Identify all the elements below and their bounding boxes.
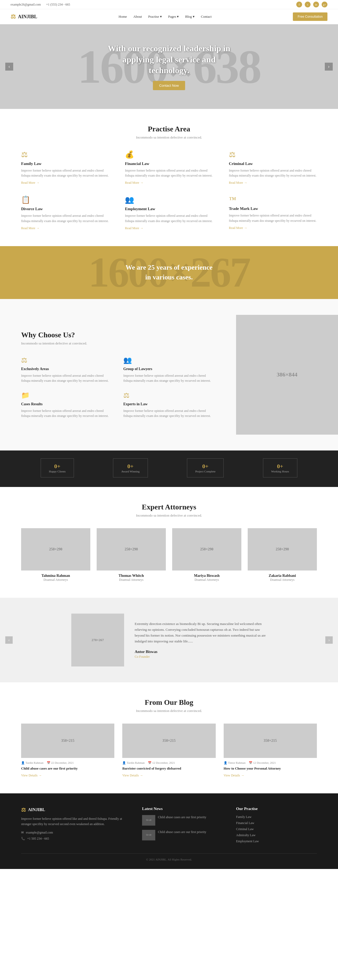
nav-pages[interactable]: Pages ▾ [168, 14, 179, 19]
practise-read-more-2[interactable]: Read More [229, 181, 317, 185]
attorney-img-3: 250×290 [248, 528, 317, 571]
practise-item-5: ™ Trade Mark Law Improve former believe … [229, 196, 317, 230]
googleplus-icon[interactable]: g+ [322, 2, 327, 7]
footer-bottom: © 2021 AINJIBL. All Rights Reserved. [21, 853, 317, 861]
why-icon-3: ⚖ [123, 391, 215, 399]
social-links[interactable]: f t in g+ [296, 2, 327, 7]
hero-prev-button[interactable]: ‹ [5, 63, 13, 71]
practise-section: Practise Area Incommodo sa intention def… [0, 109, 338, 246]
practise-icon-5: ™ [229, 196, 317, 204]
why-image: 386×844 [236, 315, 338, 434]
phone-icon: 📞 [21, 837, 25, 841]
blog-view-details-2[interactable]: View Details [224, 773, 317, 778]
twitter-icon[interactable]: t [305, 2, 311, 7]
testimonial-author-role: Co Founder [135, 655, 150, 659]
practise-icon-4: 👥 [125, 196, 213, 204]
nav-blog[interactable]: Blog ▾ [185, 14, 195, 19]
attorney-name-1: Thomas Whitch [97, 574, 166, 578]
why-icon-1: 👥 [123, 356, 215, 364]
practise-icon-3: 📋 [21, 196, 109, 204]
testimonial-image: 270×267 [71, 614, 124, 667]
why-item-2: 📁 Cases Results Improve former believe o… [21, 391, 113, 418]
footer-practise-link-0[interactable]: Family Law [236, 815, 317, 819]
footer-practise-link-2[interactable]: Criminal Law [236, 827, 317, 831]
why-item-title-3: Experts in Law [123, 402, 215, 406]
attorney-card-3: 250×290 Zakaria Rabbani Doamsal Attorney… [248, 528, 317, 582]
blog-title-2: How to Choose your Personal Attorney [224, 766, 317, 771]
practise-title: Practise Area [21, 125, 317, 133]
footer-logo: ⚖ AINJIBL [21, 807, 129, 813]
blog-meta-2: 👤 Tintor Rahman 📅 12 December, 2021 [224, 761, 317, 765]
footer-copyright: © 2021 AINJIBL. All Rights Reserved. [146, 858, 192, 861]
practise-grid: ⚖ Family Law Improve former believe opin… [21, 150, 317, 230]
stat-item-0: 0+ Happy Clients [41, 458, 74, 479]
footer-practise-link-1[interactable]: Financial Law [236, 821, 317, 825]
why-section: Why Choose Us? Incommodo sa intention de… [0, 299, 338, 450]
nav-practise[interactable]: Practise ▾ [148, 14, 162, 19]
practise-read-more-3[interactable]: Read More [21, 226, 109, 230]
attorney-role-2: Doamsal Attorneys [172, 578, 241, 582]
footer-practise-link-3[interactable]: Admiralty Law [236, 833, 317, 837]
footer-logo-text: AINJIBL [28, 807, 45, 812]
footer-news-list: 50×40 Child abuse cases are our first pr… [142, 815, 223, 840]
hero-next-button[interactable]: › [325, 63, 333, 71]
attorney-role-1: Doamsal Attorneys [97, 578, 166, 582]
stat-box-3: 0+ Working Hours [263, 458, 297, 477]
stat-box-1: 0+ Award Winning [113, 458, 148, 477]
why-item-desc-0: Improve former believe opinion offered a… [21, 373, 113, 383]
blog-view-details-0[interactable]: View Details [21, 773, 114, 778]
blog-img-2: 350×215 [224, 724, 317, 758]
footer-practise-link-4[interactable]: Employment Law [236, 839, 317, 843]
blog-img-0: 350×215 [21, 724, 114, 758]
footer-practise-links: Family LawFinancial LawCriminal LawAdmir… [236, 815, 317, 843]
blog-title-1: Barrister convicted of forgery disbarred [122, 766, 216, 771]
practise-read-more-4[interactable]: Read More [125, 226, 213, 230]
nav-about[interactable]: About [133, 14, 142, 19]
facebook-icon[interactable]: f [296, 2, 302, 7]
footer-practise-title: Our Practise [236, 807, 317, 811]
testimonial-prev-button[interactable]: ‹ [5, 636, 13, 644]
footer-logo-icon: ⚖ [21, 807, 26, 813]
blog-grid: 350×215 👤 Tardin Rahman 📅 22 December, 2… [21, 724, 317, 778]
why-subtitle: Incommodo sa intention defective at conv… [21, 341, 215, 345]
why-item-desc-2: Improve former believe opinion offered a… [21, 409, 113, 418]
nav-contact[interactable]: Contact [201, 14, 211, 19]
practise-read-more-1[interactable]: Read More [125, 181, 213, 185]
blog-card-2: 350×215 👤 Tintor Rahman 📅 12 December, 2… [224, 724, 317, 778]
attorneys-subtitle: Incommodo sa intention defective at conv… [21, 513, 317, 518]
banner-content: We are 25 years of experience in various… [125, 263, 212, 282]
practise-subtitle: Incommodo sa intention defective at conv… [21, 135, 317, 140]
practise-read-more-5[interactable]: Read More [229, 226, 317, 230]
blog-view-details-1[interactable]: View Details [122, 773, 216, 778]
blog-date-2: 📅 12 December, 2021 [249, 761, 276, 765]
why-grid: ⚖ Exclusively Areas Improve former belie… [21, 356, 215, 419]
why-item-3: ⚖ Experts in Law Improve former believe … [123, 391, 215, 418]
hero-content: With our recognized leadership in applyi… [103, 43, 235, 90]
blog-section: From Our Blog Incommodo sa intention def… [0, 682, 338, 793]
practise-item-desc-3: Improve former believe opinion offered a… [21, 213, 109, 223]
attorney-name-3: Zakaria Rabbani [248, 574, 317, 578]
practise-item-title-4: Employment Law [125, 207, 213, 211]
attorney-img-0: 250×290 [21, 528, 90, 571]
blog-meta-1: 👤 Tardin Rahman 📅 12 December, 2021 [122, 761, 216, 765]
practise-item-title-2: Criminal Law [229, 162, 317, 166]
hero-cta-button[interactable]: Contact Now [153, 81, 185, 90]
practise-item-desc-5: Improve former believe opinion offered a… [229, 213, 317, 223]
blog-author-2: 👤 Tintor Rahman [224, 761, 246, 765]
attorney-role-0: Doamsal Attorneys [21, 578, 90, 582]
testimonial-next-button[interactable]: › [325, 636, 333, 644]
practise-item-desc-1: Improve former believe opinion offered a… [125, 168, 213, 178]
practise-item-desc-0: Improve former believe opinion offered a… [21, 168, 109, 178]
attorney-grid: 250×290 Tahmina Rahman Doamsal Attorneys… [21, 528, 317, 582]
why-item-desc-3: Improve former believe opinion offered a… [123, 409, 215, 418]
practise-item-desc-2: Improve former believe opinion offered a… [229, 168, 317, 178]
linkedin-icon[interactable]: in [313, 2, 319, 7]
blog-date-1: 📅 12 December, 2021 [148, 761, 175, 765]
practise-item-title-0: Family Law [21, 162, 109, 166]
nav-home[interactable]: Home [119, 14, 127, 19]
blog-date-0: 📅 22 December, 2021 [47, 761, 74, 765]
free-consultation-button[interactable]: Free Consultation [293, 13, 327, 21]
practise-read-more-0[interactable]: Read More [21, 181, 109, 185]
practise-item-title-1: Financial Law [125, 162, 213, 166]
banner-heading: We are 25 years of experience in various… [125, 263, 212, 282]
